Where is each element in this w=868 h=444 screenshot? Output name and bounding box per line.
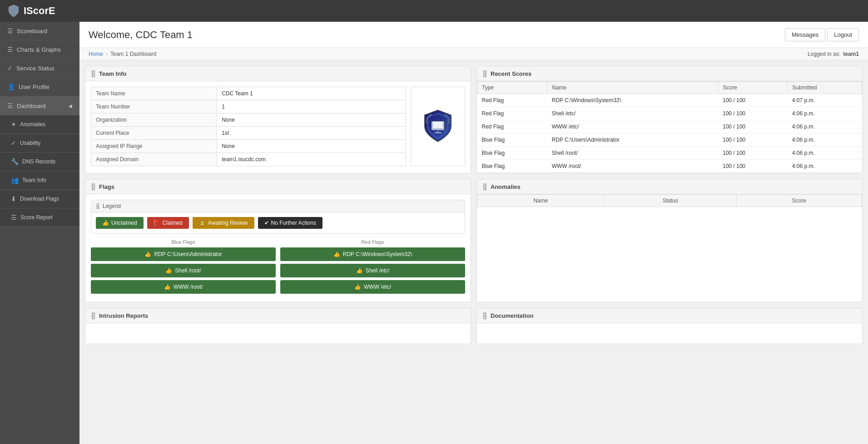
- sidebar-item-label: Score Report: [20, 214, 53, 221]
- documentation-title: Documentation: [491, 312, 534, 319]
- check-icon: ✔: [264, 220, 269, 226]
- field-label: Current Place: [91, 127, 217, 140]
- charts-icon: ☰: [7, 46, 13, 53]
- flags-panel: ⣿ Flags ⣿ Legend 👍 Unclaimed: [85, 179, 471, 302]
- logged-in-info: Logged in as: team1: [808, 51, 859, 57]
- sidebar-item-label: Anomalies: [20, 121, 45, 128]
- grid-icon: ⣿: [91, 70, 95, 77]
- red-flag-button[interactable]: 👍 Shell /etc/: [280, 264, 465, 277]
- logged-in-label: Logged in as:: [808, 51, 840, 57]
- team-info-table: Team NameCDC Team 1Team Number1Organizat…: [91, 87, 406, 166]
- table-row: Team NameCDC Team 1: [91, 87, 406, 100]
- sidebar: ☰ Scoreboard ☰ Charts & Graphs ✓ Service…: [0, 22, 79, 444]
- sidebar-item-dns-records[interactable]: 🔧 DNS Records: [0, 153, 79, 171]
- red-flag-button[interactable]: 👍 RDP C:\Windows\System32\: [280, 247, 465, 261]
- column-header: Type: [477, 82, 547, 94]
- sidebar-item-label: Team Info: [22, 177, 46, 183]
- score-type: Red Flag: [477, 120, 547, 133]
- score-value: 100 / 100: [718, 107, 788, 120]
- recent-scores-panel: ⣿ Recent Scores TypeNameScoreSubmitted R…: [476, 66, 863, 173]
- anomaly-column-header: Score: [736, 195, 862, 207]
- breadcrumb-home[interactable]: Home: [89, 51, 103, 57]
- sidebar-item-dashboard[interactable]: ☰ Dashboard ◀: [0, 97, 79, 115]
- dashboard-grid: ⣿ Team Info Team NameCDC Team 1Team Numb…: [79, 60, 868, 444]
- anomalies-title: Anomalies: [491, 183, 521, 190]
- sidebar-item-service-status[interactable]: ✓ Service Status: [0, 59, 79, 78]
- team-table-wrap: Team NameCDC Team 1Team Number1Organizat…: [91, 87, 406, 166]
- score-submitted: 4:06 p.m.: [788, 107, 862, 120]
- sidebar-item-usability[interactable]: ✓ Usability: [0, 134, 79, 153]
- clock-icon: ⏳: [199, 220, 206, 226]
- content-area: Welcome, CDC Team 1 Messages Logout Home…: [79, 22, 868, 444]
- score-value: 100 / 100: [718, 133, 788, 147]
- table-row: Red Flag WWW /etc/ 100 / 100 4:06 p.m.: [477, 120, 862, 133]
- score-value: 100 / 100: [718, 147, 788, 160]
- legend-header: ⣿ Legend: [91, 200, 465, 212]
- intrusion-reports-panel: ⣿ Intrusion Reports: [85, 308, 471, 344]
- team-info-body: Team NameCDC Team 1Team Number1Organizat…: [85, 81, 471, 172]
- score-type: Red Flag: [477, 107, 547, 120]
- grid-icon-3: ⣿: [91, 183, 95, 190]
- messages-button[interactable]: Messages: [785, 28, 825, 41]
- red-flag-button[interactable]: 👍 WWW /etc/: [280, 280, 465, 294]
- logout-button[interactable]: Logout: [827, 28, 859, 41]
- sidebar-item-label: Service Status: [16, 65, 55, 72]
- dns-icon: 🔧: [11, 158, 19, 165]
- app-logo: IScorE: [7, 5, 55, 17]
- field-label: Assigned IP Range: [91, 140, 217, 153]
- sidebar-item-label: User Profile: [19, 84, 50, 90]
- field-value: team1.isucdc.com: [217, 153, 406, 166]
- thumb-up-icon: 👍: [356, 267, 363, 274]
- anomalies-body: NameStatusScore: [477, 194, 862, 207]
- legend-grid-icon: ⣿: [96, 203, 100, 209]
- topbar: IScorE: [0, 0, 868, 22]
- anomalies-table: NameStatusScore: [477, 194, 862, 207]
- table-row: OrganizationNone: [91, 113, 406, 127]
- claimed-legend-btn[interactable]: 🚩 Claimed: [147, 217, 189, 229]
- score-value: 100 / 100: [718, 120, 788, 133]
- thumb-up-icon: 👍: [164, 284, 171, 290]
- sidebar-item-label: Scoreboard: [17, 28, 47, 35]
- flags-panel-header: ⣿ Flags: [85, 179, 471, 194]
- table-row: Current Place1st: [91, 127, 406, 140]
- field-value: CDC Team 1: [217, 87, 406, 100]
- score-submitted: 4:06 p.m.: [788, 147, 862, 160]
- main-layout: ☰ Scoreboard ☰ Charts & Graphs ✓ Service…: [0, 22, 868, 444]
- sidebar-item-user-profile[interactable]: 👤 User Profile: [0, 78, 79, 96]
- blue-flag-button[interactable]: 👍 Shell /root/: [91, 264, 276, 277]
- recent-scores-body: TypeNameScoreSubmitted Red Flag RDP C:\W…: [477, 81, 862, 173]
- team-logo: [420, 109, 456, 145]
- sidebar-item-team-info[interactable]: 👥 Team Info: [0, 171, 79, 190]
- sidebar-item-label: Usability: [20, 140, 40, 146]
- table-row: Red Flag RDP C:\Windows\System32\ 100 / …: [477, 94, 862, 107]
- sidebar-item-scoreboard[interactable]: ☰ Scoreboard: [0, 22, 79, 40]
- sidebar-item-anomalies[interactable]: ✦ Anomalies: [0, 115, 79, 134]
- header-buttons: Messages Logout: [785, 28, 859, 41]
- blue-flag-button[interactable]: 👍 WWW /root/: [91, 280, 276, 294]
- intrusion-reports-body: [85, 323, 471, 334]
- field-label: Organization: [91, 113, 217, 127]
- awaiting-review-legend-btn[interactable]: ⏳ Awaiting Review: [193, 217, 254, 229]
- chevron-icon: ◀: [69, 104, 72, 109]
- sidebar-item-label: DNS Records: [22, 158, 55, 165]
- page-title: Welcome, CDC Team 1: [89, 29, 193, 41]
- recent-scores-title: Recent Scores: [491, 70, 531, 77]
- field-value: 1st: [217, 127, 406, 140]
- sidebar-item-charts[interactable]: ☰ Charts & Graphs: [0, 40, 79, 59]
- score-report-icon: ☰: [11, 214, 17, 221]
- score-type: Blue Flag: [477, 160, 547, 173]
- unclaimed-legend-btn[interactable]: 👍 Unclaimed: [96, 217, 144, 229]
- anomalies-panel: ⣿ Anomalies NameStatusScore: [476, 179, 863, 302]
- blue-flag-button[interactable]: 👍 RDP C:\Users\Administrator: [91, 247, 276, 261]
- sidebar-item-download-flags[interactable]: ⬇ Download Flags: [0, 190, 79, 208]
- sidebar-item-score-report[interactable]: ☰ Score Report: [0, 208, 79, 227]
- service-status-icon: ✓: [7, 64, 13, 72]
- no-further-actions-legend-btn[interactable]: ✔ No Further Actions: [258, 217, 322, 229]
- column-header: Score: [718, 82, 788, 94]
- score-submitted: 4:06 p.m.: [788, 160, 862, 173]
- sidebar-item-label: Dashboard: [17, 103, 46, 109]
- team-logo-wrap: [411, 87, 465, 166]
- score-name: Shell /root/: [547, 147, 718, 160]
- thumb-up-icon: 👍: [333, 251, 340, 257]
- score-name: Shell /etc/: [547, 107, 718, 120]
